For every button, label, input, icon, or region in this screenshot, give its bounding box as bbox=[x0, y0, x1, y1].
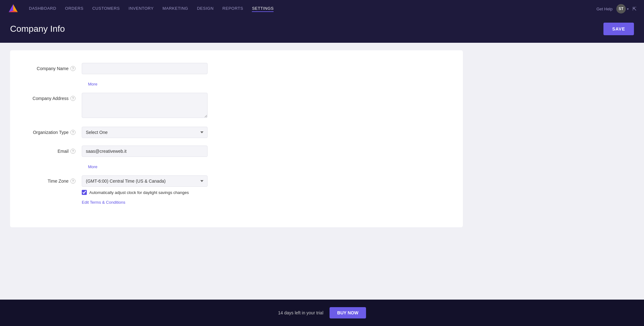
auto-adjust-label: Automatically adjust clock for daylight … bbox=[89, 190, 189, 195]
email-label: Email ? bbox=[25, 146, 82, 154]
nav-marketing[interactable]: MARKETING bbox=[163, 6, 188, 12]
timezone-label: Time Zone ? bbox=[25, 175, 82, 184]
nav-inventory[interactable]: INVENTORY bbox=[129, 6, 154, 12]
timezone-select[interactable]: (GMT-6:00) Central Time (US & Canada) (G… bbox=[82, 175, 208, 187]
org-type-row: Organization Type ? Select One LLC Corpo… bbox=[25, 127, 448, 138]
company-address-control bbox=[82, 93, 208, 119]
email-more-link[interactable]: More bbox=[88, 164, 448, 169]
timezone-help-icon[interactable]: ? bbox=[70, 179, 75, 184]
org-type-control: Select One LLC Corporation Sole Propriet… bbox=[82, 127, 208, 138]
org-type-label: Organization Type ? bbox=[25, 127, 82, 135]
timezone-control: (GMT-6:00) Central Time (US & Canada) (G… bbox=[82, 175, 208, 205]
auto-adjust-row: Automatically adjust clock for daylight … bbox=[82, 190, 208, 195]
company-address-help-icon[interactable]: ? bbox=[70, 96, 75, 101]
company-name-help-icon[interactable]: ? bbox=[70, 66, 75, 71]
email-row: Email ? bbox=[25, 146, 448, 157]
nav-design[interactable]: DESIGN bbox=[197, 6, 214, 12]
nav-customers[interactable]: CUSTOMERS bbox=[92, 6, 119, 12]
trial-text: 14 days left in your trial bbox=[278, 310, 323, 315]
email-control bbox=[82, 146, 208, 157]
external-link-icon[interactable]: ⇱ bbox=[632, 6, 636, 12]
email-help-icon[interactable]: ? bbox=[70, 149, 75, 154]
save-button[interactable]: SAVE bbox=[603, 23, 634, 35]
get-help-link[interactable]: Get Help bbox=[597, 7, 613, 11]
company-name-label: Company Name ? bbox=[25, 63, 82, 71]
avatar: ST bbox=[616, 4, 626, 14]
edit-terms-link[interactable]: Edit Terms & Conditions bbox=[82, 200, 208, 205]
nav-settings[interactable]: SETTINGS bbox=[252, 6, 274, 12]
footer: 14 days left in your trial BUY NOW bbox=[0, 300, 644, 326]
company-name-row: Company Name ? bbox=[25, 63, 448, 74]
company-address-label: Company Address ? bbox=[25, 93, 82, 101]
user-avatar-button[interactable]: ST ▾ bbox=[616, 4, 629, 14]
page-header: Company Info SAVE bbox=[0, 18, 644, 43]
org-type-help-icon[interactable]: ? bbox=[70, 130, 75, 135]
app-logo[interactable] bbox=[8, 3, 19, 14]
avatar-chevron-icon: ▾ bbox=[627, 7, 629, 11]
nav-reports[interactable]: REPORTS bbox=[222, 6, 243, 12]
email-input[interactable] bbox=[82, 146, 208, 157]
nav-right-section: Get Help ST ▾ ⇱ bbox=[597, 4, 636, 14]
top-navigation: DASHBOARD ORDERS CUSTOMERS INVENTORY MAR… bbox=[0, 0, 644, 18]
timezone-row: Time Zone ? (GMT-6:00) Central Time (US … bbox=[25, 175, 448, 205]
form-card: Company Name ? More Company Address ? Or… bbox=[10, 50, 463, 227]
org-type-select[interactable]: Select One LLC Corporation Sole Propriet… bbox=[82, 127, 208, 138]
auto-adjust-checkbox[interactable] bbox=[82, 190, 87, 195]
nav-orders[interactable]: ORDERS bbox=[65, 6, 84, 12]
page-title: Company Info bbox=[10, 24, 65, 34]
company-address-row: Company Address ? bbox=[25, 93, 448, 119]
company-name-control bbox=[82, 63, 208, 74]
nav-dashboard[interactable]: DASHBOARD bbox=[29, 6, 56, 12]
main-content: Company Name ? More Company Address ? Or… bbox=[0, 43, 644, 300]
company-name-more-link[interactable]: More bbox=[88, 82, 448, 86]
company-name-input[interactable] bbox=[82, 63, 208, 74]
buy-now-button[interactable]: BUY NOW bbox=[330, 307, 366, 318]
nav-links: DASHBOARD ORDERS CUSTOMERS INVENTORY MAR… bbox=[29, 6, 586, 12]
company-address-textarea[interactable] bbox=[82, 93, 208, 118]
